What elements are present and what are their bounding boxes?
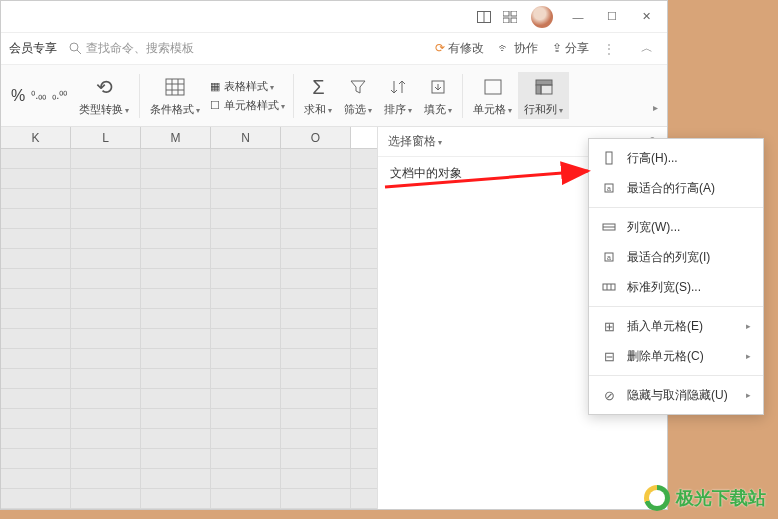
cell[interactable] [1, 209, 71, 229]
cell[interactable] [351, 329, 377, 349]
layout-toggle-1[interactable] [473, 7, 495, 27]
cell[interactable] [281, 369, 351, 389]
cell[interactable] [1, 329, 71, 349]
cell[interactable] [1, 309, 71, 329]
cell[interactable] [71, 489, 141, 509]
member-menu[interactable]: 会员专享 [9, 40, 57, 57]
cell[interactable] [71, 149, 141, 169]
spreadsheet-area[interactable]: KLMNO [1, 127, 377, 509]
cell[interactable] [211, 329, 281, 349]
maximize-button[interactable]: ☐ [597, 7, 627, 27]
cell[interactable] [141, 329, 211, 349]
toolbar-scroll-right[interactable]: ▸ [647, 95, 663, 119]
dd-fit-col[interactable]: a 最适合的列宽(I) [589, 242, 763, 272]
col-header-K[interactable]: K [1, 127, 71, 148]
cell[interactable] [71, 349, 141, 369]
cell[interactable] [211, 269, 281, 289]
cell[interactable] [141, 349, 211, 369]
cell[interactable] [351, 249, 377, 269]
cell[interactable] [71, 169, 141, 189]
cell[interactable] [211, 469, 281, 489]
cell[interactable] [1, 269, 71, 289]
cell[interactable] [211, 289, 281, 309]
row-col-button[interactable]: 行和列 [518, 72, 569, 119]
cell[interactable] [141, 189, 211, 209]
cell[interactable] [1, 489, 71, 509]
dd-fit-row[interactable]: a 最适合的行高(A) [589, 173, 763, 203]
cell[interactable] [211, 249, 281, 269]
cell[interactable] [211, 149, 281, 169]
cell[interactable] [351, 209, 377, 229]
cell[interactable] [281, 149, 351, 169]
cell[interactable] [281, 249, 351, 269]
cell[interactable] [211, 429, 281, 449]
col-header-O[interactable]: O [281, 127, 351, 148]
cell[interactable] [211, 369, 281, 389]
cell[interactable] [211, 409, 281, 429]
cell[interactable] [1, 469, 71, 489]
cell[interactable] [351, 229, 377, 249]
cell[interactable] [211, 389, 281, 409]
increase-decimal[interactable]: ⁰.₀₀ [31, 89, 46, 102]
cell[interactable] [211, 349, 281, 369]
cell[interactable] [281, 329, 351, 349]
avatar[interactable] [531, 6, 553, 28]
cell[interactable] [211, 489, 281, 509]
cell[interactable] [71, 269, 141, 289]
cell[interactable] [141, 289, 211, 309]
cell[interactable] [281, 289, 351, 309]
cell[interactable] [281, 489, 351, 509]
dd-std-width[interactable]: 标准列宽(S)... [589, 272, 763, 302]
cell[interactable] [281, 409, 351, 429]
cell[interactable] [141, 489, 211, 509]
collab-button[interactable]: ᯤ 协作 [498, 40, 537, 57]
minimize-button[interactable]: — [563, 7, 593, 27]
search-box[interactable]: 查找命令、搜索模板 [69, 40, 194, 57]
cell[interactable] [71, 429, 141, 449]
cell[interactable] [351, 189, 377, 209]
cell[interactable] [1, 289, 71, 309]
cell[interactable] [351, 269, 377, 289]
col-header-M[interactable]: M [141, 127, 211, 148]
cell[interactable] [141, 389, 211, 409]
cell[interactable] [211, 189, 281, 209]
selection-pane-dropdown[interactable]: 选择窗格 [388, 133, 442, 150]
cell[interactable] [71, 409, 141, 429]
layout-toggle-2[interactable] [499, 7, 521, 27]
cell[interactable] [281, 189, 351, 209]
cell[interactable] [281, 269, 351, 289]
cell-style-button[interactable]: ☐单元格样式 [210, 98, 285, 113]
cell[interactable] [1, 449, 71, 469]
cell[interactable] [281, 429, 351, 449]
cell[interactable] [71, 209, 141, 229]
cell[interactable] [141, 469, 211, 489]
filter-button[interactable]: 筛选 [338, 72, 378, 119]
dd-col-width[interactable]: 列宽(W)... [589, 212, 763, 242]
percent-format[interactable]: % [11, 87, 25, 105]
cell[interactable] [141, 449, 211, 469]
cell[interactable] [281, 449, 351, 469]
cell[interactable] [211, 449, 281, 469]
table-style-button[interactable]: ▦表格样式 [210, 79, 285, 94]
cell[interactable] [351, 389, 377, 409]
cell[interactable] [351, 149, 377, 169]
decrease-decimal[interactable]: ₀.⁰⁰ [52, 89, 67, 102]
cell[interactable] [211, 309, 281, 329]
cell[interactable] [141, 249, 211, 269]
cell[interactable] [1, 349, 71, 369]
cell[interactable] [1, 149, 71, 169]
dd-hide[interactable]: ⊘ 隐藏与取消隐藏(U) ▸ [589, 380, 763, 410]
cell[interactable] [71, 189, 141, 209]
cell[interactable] [141, 209, 211, 229]
sum-button[interactable]: Σ 求和 [298, 72, 338, 119]
cell[interactable] [211, 229, 281, 249]
cell[interactable] [71, 289, 141, 309]
cell[interactable] [141, 429, 211, 449]
cell[interactable] [281, 169, 351, 189]
cell[interactable] [211, 169, 281, 189]
cell[interactable] [351, 169, 377, 189]
cell[interactable] [281, 469, 351, 489]
cell[interactable] [1, 189, 71, 209]
dd-delete-cell[interactable]: ⊟ 删除单元格(C) ▸ [589, 341, 763, 371]
cell[interactable] [71, 229, 141, 249]
